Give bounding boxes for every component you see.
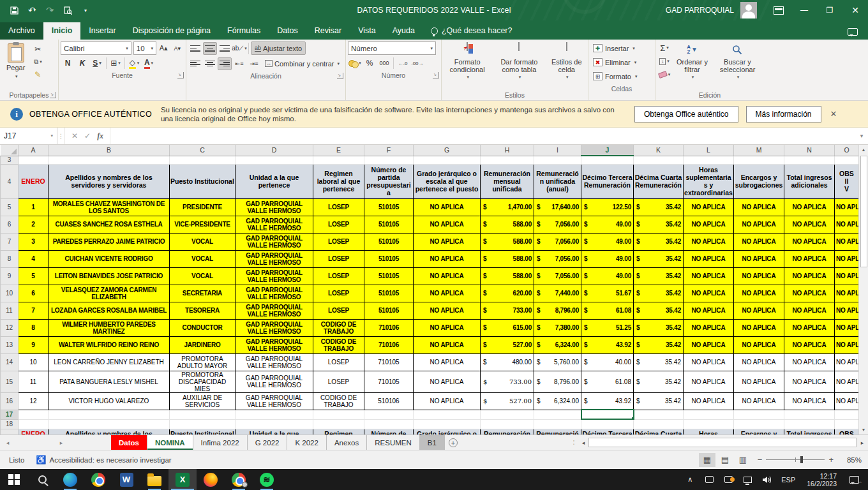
cell-index[interactable]: 3 <box>19 233 49 250</box>
cell-additional-income[interactable]: NO APLICA <box>784 371 835 392</box>
cell-index[interactable]: 10 <box>19 353 49 371</box>
sheet-tab-k-2022[interactable]: K 2022 <box>287 435 326 450</box>
cell-observations[interactable]: NO APLICA <box>835 250 859 267</box>
conditional-formatting-button[interactable]: Formato condicional▾ <box>444 41 491 82</box>
tab-datos[interactable]: Datos <box>269 22 306 40</box>
network-icon[interactable] <box>739 477 756 483</box>
sheet-nav-right-icon[interactable]: ▸ <box>54 435 69 450</box>
cell-annual-salary[interactable]: $7,056.00 <box>534 233 581 250</box>
cell-observations[interactable]: NO APLICA <box>835 216 859 233</box>
cell-additional-income[interactable]: NO APLICA <box>784 353 835 371</box>
cell-annual-salary[interactable]: $7,056.00 <box>534 250 581 267</box>
tab-inicio[interactable]: Inicio <box>43 22 81 40</box>
cell-budget-item[interactable]: 510105 <box>364 267 414 285</box>
comments-icon[interactable] <box>848 28 858 36</box>
font-size-combo[interactable]: 10▾ <box>133 41 156 55</box>
accounting-format-icon[interactable]: ▾ <box>348 57 362 70</box>
cell-E3[interactable] <box>313 156 364 164</box>
cell-M17[interactable] <box>734 410 784 419</box>
taskbar-spotify[interactable]: ≋ <box>253 469 281 490</box>
cell-header-C[interactable]: Puesto Institucional <box>170 429 236 434</box>
cell-assignments[interactable]: NO APLICA <box>734 319 784 336</box>
clock[interactable]: 12:17 16/2/2023 <box>802 472 842 487</box>
cell-I17[interactable] <box>534 410 581 419</box>
column-header-I[interactable]: I <box>534 145 581 156</box>
cell-index[interactable]: 1 <box>19 198 49 216</box>
cell-monthly-salary[interactable]: $588.00 <box>481 250 534 267</box>
cell-observations[interactable]: NO APLICA <box>835 336 859 353</box>
cell-position[interactable]: CONDUCTOR <box>170 319 236 336</box>
column-header-A[interactable]: A <box>19 145 49 156</box>
cell-header-M[interactable]: Encargos y subrogaciones <box>734 429 784 434</box>
delete-cells-button[interactable]: ✖Eliminar▾ <box>590 56 653 69</box>
cell-position[interactable]: VOCAL <box>170 267 236 285</box>
cell-A18[interactable] <box>19 419 49 429</box>
cell-D3[interactable] <box>236 156 313 164</box>
cell-L18[interactable] <box>684 419 734 429</box>
new-sheet-button[interactable]: + <box>445 435 461 450</box>
cell-header-F[interactable]: Número de partida presupuestaria <box>364 429 414 434</box>
cell-J18[interactable] <box>581 419 634 429</box>
cell-header-H[interactable]: Remuneración mensual unificada <box>481 164 534 198</box>
sheet-tab-nomina[interactable]: NOMINA <box>147 435 193 450</box>
row-header-6[interactable]: 6 <box>1 216 19 233</box>
tab-formulas[interactable]: Fórmulas <box>219 22 269 40</box>
cell-header-K[interactable]: Décima Cuarta Remuneración <box>634 164 684 198</box>
cell-overtime[interactable]: NO APLICA <box>684 336 734 353</box>
cell-fourteenth-salary[interactable]: $35.42 <box>634 233 684 250</box>
cell-annual-salary[interactable]: $8,796.00 <box>534 302 581 319</box>
cell-C18[interactable] <box>170 419 236 429</box>
cell-E18[interactable] <box>313 419 364 429</box>
cell-index[interactable]: 2 <box>19 216 49 233</box>
cell-additional-income[interactable]: NO APLICA <box>784 250 835 267</box>
cell-rank[interactable]: NO APLICA <box>414 267 481 285</box>
cell-annual-salary[interactable]: $7,380.00 <box>534 319 581 336</box>
zoom-in-icon[interactable]: + <box>828 455 834 464</box>
cell-header-H[interactable]: Remuneración mensual unificada <box>481 429 534 434</box>
cell-assignments[interactable]: NO APLICA <box>734 267 784 285</box>
cell-annual-salary[interactable]: $17,640.00 <box>534 198 581 216</box>
get-office-button[interactable]: Obtenga Office auténtico <box>634 106 738 122</box>
cell-B17[interactable] <box>49 410 170 419</box>
cell-labor-regime[interactable]: LOSEP <box>313 250 364 267</box>
find-select-button[interactable]: Buscar y seleccionar▾ <box>713 41 762 82</box>
cell-rank[interactable]: NO APLICA <box>414 319 481 336</box>
cell-index[interactable]: 8 <box>19 319 49 336</box>
row-header-13[interactable]: 13 <box>1 336 19 353</box>
cell-assignments[interactable]: NO APLICA <box>734 216 784 233</box>
vertical-scrollbar[interactable]: ▲ ▼ <box>858 145 868 434</box>
wrap-text-button[interactable]: abAjustar texto <box>251 41 306 55</box>
cell-G3[interactable] <box>414 156 481 164</box>
row-header-10[interactable]: 10 <box>1 285 19 302</box>
row-header-19[interactable] <box>1 429 19 434</box>
cell-M18[interactable] <box>734 419 784 429</box>
cell-rank[interactable]: NO APLICA <box>414 371 481 392</box>
cell-F18[interactable] <box>364 419 414 429</box>
cell-rank[interactable]: NO APLICA <box>414 353 481 371</box>
cell-overtime[interactable]: NO APLICA <box>684 319 734 336</box>
cell-position[interactable]: JARDINERO <box>170 336 236 353</box>
cell-unit[interactable]: GAD PARROQUIAL VALLE HERMOSO <box>236 392 313 410</box>
cell-thirteenth-salary[interactable]: $51.25 <box>581 319 634 336</box>
cell-rank[interactable]: NO APLICA <box>414 216 481 233</box>
horizontal-scrollbar[interactable] <box>588 438 857 447</box>
cell-header-I[interactable]: Remuneración unificada (anual) <box>534 429 581 434</box>
cell-rank[interactable]: NO APLICA <box>414 302 481 319</box>
taskbar-word[interactable]: W <box>112 469 140 490</box>
column-header-F[interactable]: F <box>364 145 414 156</box>
tell-me-search[interactable]: ¿Qué desea hacer? <box>423 26 520 40</box>
cell-observations[interactable]: NO APLICA <box>835 392 859 410</box>
column-header-C[interactable]: C <box>170 145 236 156</box>
account-name[interactable]: GAD PARROQUIAL <box>666 6 734 15</box>
decrease-decimal-icon[interactable]: .00→ <box>410 57 424 70</box>
sheet-tab-b1[interactable]: B1 <box>420 435 445 450</box>
cell-observations[interactable]: NO APLICA <box>835 302 859 319</box>
cell-budget-item[interactable]: 710105 <box>364 371 414 392</box>
cell-unit[interactable]: GAD PARROQUIAL VALLE HERMOSO <box>236 267 313 285</box>
close-button[interactable]: ✕ <box>842 0 868 20</box>
row-header-15[interactable]: 15 <box>1 371 19 392</box>
cell-styles-button[interactable]: Estilos de celda▾ <box>548 41 586 82</box>
cell-observations[interactable]: NO APLICA <box>835 267 859 285</box>
cell-K3[interactable] <box>634 156 684 164</box>
cell-C3[interactable] <box>170 156 236 164</box>
